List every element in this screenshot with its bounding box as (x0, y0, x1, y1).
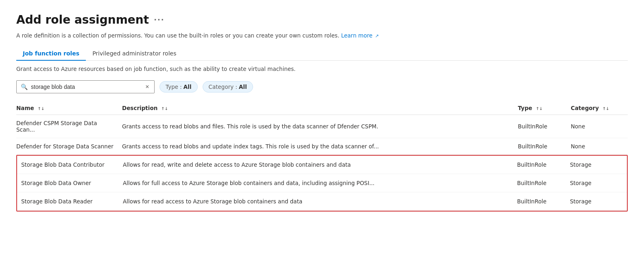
cell-category: None (571, 115, 628, 138)
desc-sort-icon: ↑↓ (161, 106, 168, 111)
cell-category: None (571, 138, 628, 155)
cell-category: Storage (570, 192, 627, 211)
cell-type: BuiltInRole (518, 138, 571, 155)
table-row[interactable]: Storage Blob Data Reader Allows for read… (17, 192, 627, 211)
tab-description-text: Grant access to Azure resources based on… (16, 66, 296, 72)
cell-category: Storage (570, 174, 627, 192)
tab-privileged-admin[interactable]: Privileged administrator roles (86, 47, 183, 61)
table-row[interactable]: Defender CSPM Storage Data Scan... Grant… (16, 115, 628, 138)
roles-table-container: Name ↑↓ Description ↑↓ Type ↑↓ Category … (16, 101, 628, 212)
col-header-type[interactable]: Type ↑↓ (518, 101, 571, 115)
search-input[interactable] (31, 84, 141, 90)
page-header: Add role assignment ··· (16, 13, 628, 28)
cell-name: Storage Blob Data Owner (17, 174, 123, 192)
highlighted-table: Storage Blob Data Contributor Allows for… (17, 156, 627, 211)
cell-type: BuiltInRole (517, 156, 570, 174)
learn-more-link[interactable]: Learn more ↗ (341, 32, 379, 39)
search-icon: 🔍 (21, 84, 28, 90)
table-row[interactable]: Storage Blob Data Contributor Allows for… (17, 156, 627, 174)
title-ellipsis: ··· (154, 15, 165, 24)
tab-job-function[interactable]: Job function roles (16, 47, 86, 61)
table-row[interactable]: Defender for Storage Data Scanner Grants… (16, 138, 628, 155)
roles-table: Name ↑↓ Description ↑↓ Type ↑↓ Category … (16, 101, 628, 155)
cell-description: Allows for read, write and delete access… (123, 156, 517, 174)
highlighted-rows-container: Storage Blob Data Contributor Allows for… (16, 155, 628, 212)
type-filter-label: Type : (166, 84, 182, 90)
cell-type: BuiltInRole (518, 115, 571, 138)
col-desc-label: Description (122, 105, 157, 111)
category-filter-pill[interactable]: Category : All (203, 81, 253, 93)
title-text: Add role assignment (16, 13, 149, 26)
search-filter-row: 🔍 ✕ Type : All Category : All (16, 80, 628, 93)
tab-description: Grant access to Azure resources based on… (16, 66, 628, 72)
table-row[interactable]: Storage Blob Data Owner Allows for full … (17, 174, 627, 192)
category-filter-label: Category : (209, 84, 238, 90)
cell-description: Grants access to read blobs and update i… (122, 138, 518, 155)
col-type-label: Type (518, 105, 532, 111)
page-title: Add role assignment ··· (16, 13, 165, 26)
col-header-description[interactable]: Description ↑↓ (122, 101, 518, 115)
external-link-icon: ↗ (375, 33, 379, 39)
cell-description: Allows for read access to Azure Storage … (123, 192, 517, 211)
tab-bar: Job function roles Privileged administra… (16, 47, 628, 61)
category-filter-value: All (239, 84, 247, 90)
cell-description: Grants access to read blobs and files. T… (122, 115, 518, 138)
name-sort-icon: ↑↓ (37, 106, 44, 111)
search-box-container: 🔍 ✕ (16, 80, 155, 93)
learn-more-label: Learn more (341, 32, 372, 39)
col-category-label: Category (571, 105, 599, 111)
search-clear-button[interactable]: ✕ (144, 83, 150, 90)
tab-job-function-label: Job function roles (23, 50, 79, 57)
type-filter-pill[interactable]: Type : All (159, 81, 198, 93)
col-name-label: Name (16, 105, 34, 111)
highlighted-tbody: Storage Blob Data Contributor Allows for… (17, 156, 627, 211)
cell-type: BuiltInRole (517, 192, 570, 211)
col-header-name[interactable]: Name ↑↓ (16, 101, 122, 115)
cell-name: Storage Blob Data Contributor (17, 156, 123, 174)
tab-privileged-admin-label: Privileged administrator roles (92, 50, 176, 57)
cell-name: Storage Blob Data Reader (17, 192, 123, 211)
page-container: Add role assignment ··· A role definitio… (16, 13, 628, 212)
cell-type: BuiltInRole (517, 174, 570, 192)
close-icon: ✕ (145, 84, 149, 90)
category-sort-icon: ↑↓ (603, 106, 609, 111)
description-text: A role definition is a collection of per… (16, 32, 339, 39)
cell-name: Defender CSPM Storage Data Scan... (16, 115, 122, 138)
cell-description: Allows for full access to Azure Storage … (123, 174, 517, 192)
cell-name: Defender for Storage Data Scanner (16, 138, 122, 155)
page-description: A role definition is a collection of per… (16, 32, 628, 39)
type-filter-value: All (183, 84, 192, 90)
table-header-row: Name ↑↓ Description ↑↓ Type ↑↓ Category … (16, 101, 628, 115)
table-body: Defender CSPM Storage Data Scan... Grant… (16, 115, 628, 155)
col-header-category[interactable]: Category ↑↓ (571, 101, 628, 115)
cell-category: Storage (570, 156, 627, 174)
type-sort-icon: ↑↓ (536, 106, 543, 111)
